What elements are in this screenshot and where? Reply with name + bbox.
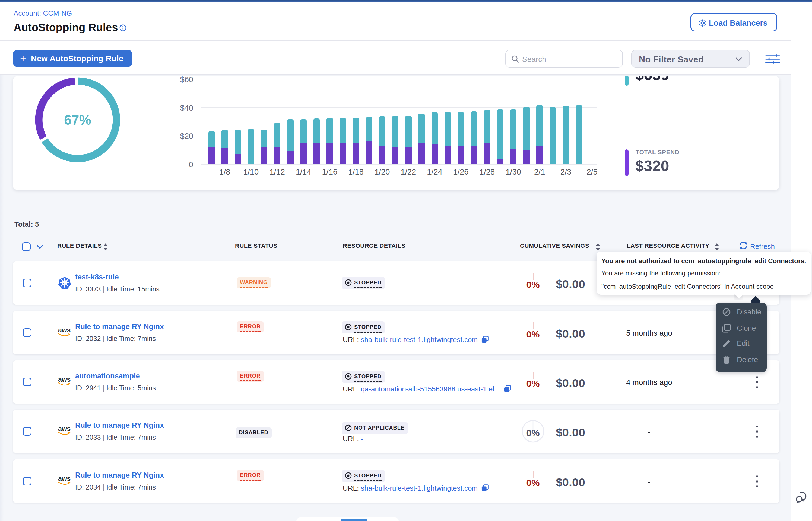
svg-text:67%: 67%	[64, 113, 91, 128]
